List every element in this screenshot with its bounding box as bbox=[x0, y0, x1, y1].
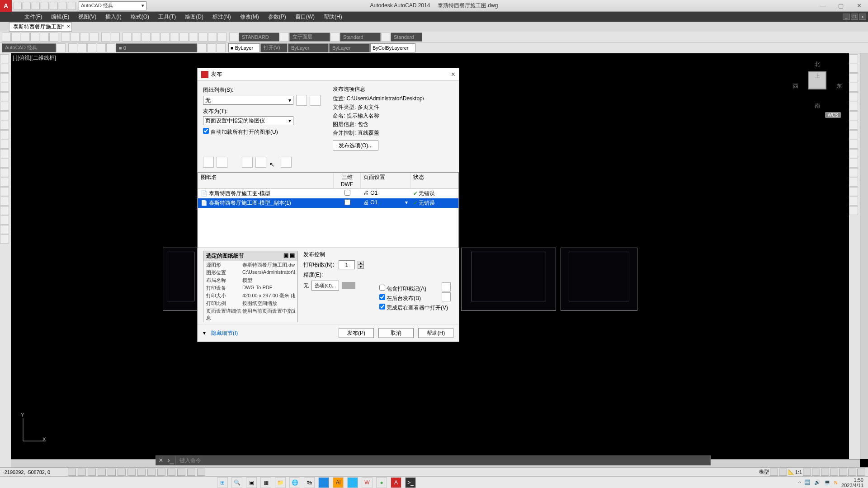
help-icon[interactable] bbox=[217, 33, 226, 42]
move-down-button[interactable] bbox=[255, 157, 266, 168]
circle-icon[interactable] bbox=[0, 111, 9, 120]
plotstyle-combo[interactable]: ByColByLayerer bbox=[370, 43, 415, 52]
zoom-icon[interactable] bbox=[132, 33, 141, 42]
qat-print-icon[interactable] bbox=[50, 2, 58, 10]
hide-details-link[interactable]: 隐藏细节(I) bbox=[211, 329, 238, 337]
preview-sheet-button[interactable] bbox=[281, 157, 292, 168]
lock-ui-icon[interactable] bbox=[830, 469, 838, 476]
autoload-checkbox[interactable] bbox=[203, 128, 209, 134]
menu-view[interactable]: 视图(V) bbox=[74, 13, 101, 21]
sheet-row-1[interactable]: 📄 泰斯特西餐厅施工图-模型_副本(1) 🖨 O1 ▾ ✓无错误 bbox=[198, 198, 458, 208]
layer-freeze-icon[interactable] bbox=[106, 43, 115, 52]
menu-file[interactable]: 文件(F) bbox=[20, 13, 47, 21]
minimize-button[interactable]: — bbox=[814, 1, 832, 11]
copies-up-button[interactable]: ▲ bbox=[358, 261, 364, 265]
lwt-toggle[interactable] bbox=[157, 469, 165, 476]
publish-bg-checkbox[interactable] bbox=[379, 294, 385, 300]
tray-volume-icon[interactable]: 🔊 bbox=[814, 479, 821, 485]
menu-insert[interactable]: 插入(I) bbox=[101, 13, 126, 21]
viewport-label[interactable]: [-][俯视][二维线框] bbox=[13, 54, 56, 62]
explode-icon[interactable] bbox=[849, 206, 858, 215]
publish-icon[interactable] bbox=[49, 33, 58, 42]
tray-notif-icon[interactable]: N bbox=[834, 480, 838, 485]
revcloud-icon[interactable] bbox=[0, 121, 9, 130]
region-icon[interactable] bbox=[0, 206, 9, 215]
ortho-toggle[interactable] bbox=[88, 469, 96, 476]
explorer-icon[interactable]: 📁 bbox=[275, 477, 286, 488]
layer-make-icon[interactable] bbox=[217, 43, 226, 52]
publish-to-combo[interactable]: 页面设置中指定的绘图仪▾ bbox=[203, 116, 293, 125]
vertical-scrollbar[interactable] bbox=[860, 53, 868, 459]
app-icon[interactable]: A bbox=[0, 0, 12, 12]
layer-states-icon[interactable] bbox=[78, 43, 87, 52]
search-button[interactable]: 🔍 bbox=[231, 477, 242, 488]
quickcalc-icon[interactable] bbox=[208, 33, 217, 42]
chamfer-icon[interactable] bbox=[849, 178, 858, 187]
tray-ime-icon[interactable]: 🔤 bbox=[804, 479, 811, 485]
dim-style-combo[interactable]: 立于面层 bbox=[289, 33, 330, 42]
layer-props-icon[interactable] bbox=[68, 43, 77, 52]
mleader-style-combo[interactable]: Standard bbox=[391, 33, 422, 42]
erase-icon[interactable] bbox=[849, 54, 858, 63]
lineweight-combo[interactable]: ByLayer bbox=[329, 43, 370, 52]
paste-icon[interactable] bbox=[80, 33, 89, 42]
linetype-combo[interactable]: ByLayer bbox=[288, 43, 329, 52]
tab-close-icon[interactable]: × bbox=[67, 23, 70, 29]
gradient-icon[interactable] bbox=[0, 197, 9, 206]
sheet-row-0[interactable]: 📄 泰斯特西餐厅施工图-模型 🖨 O1 ✓无错误 bbox=[198, 189, 458, 198]
pline-icon[interactable] bbox=[0, 73, 9, 82]
table-icon[interactable] bbox=[0, 216, 9, 225]
gear-icon[interactable] bbox=[57, 43, 66, 52]
illustrator-icon[interactable]: Ai bbox=[333, 477, 344, 488]
bg-settings-button[interactable] bbox=[442, 292, 451, 301]
layer-combo[interactable]: ■ 0 bbox=[116, 43, 197, 52]
table-style-icon[interactable] bbox=[330, 33, 340, 42]
col-status[interactable]: 状态 bbox=[410, 173, 458, 188]
mdi-restore-button[interactable]: ❐ bbox=[851, 14, 858, 20]
remove-sheet-button[interactable] bbox=[217, 157, 227, 168]
zoom-window-icon[interactable] bbox=[142, 33, 151, 42]
break-icon[interactable] bbox=[849, 159, 858, 168]
menu-tools[interactable]: 工具(T) bbox=[154, 13, 180, 21]
rotate-icon[interactable] bbox=[849, 111, 858, 120]
block-icon[interactable] bbox=[0, 168, 9, 177]
layer-match-icon[interactable] bbox=[207, 43, 216, 52]
props-icon[interactable] bbox=[160, 33, 170, 42]
mdi-close-button[interactable]: x bbox=[859, 14, 866, 20]
mtext-icon[interactable] bbox=[0, 225, 9, 234]
row1-dwf-checkbox[interactable] bbox=[344, 199, 350, 205]
sheetset-icon[interactable] bbox=[189, 33, 198, 42]
maximize-button[interactable]: ▢ bbox=[832, 1, 850, 11]
toolpalette-icon[interactable] bbox=[179, 33, 189, 42]
rectangle-icon[interactable] bbox=[0, 92, 9, 101]
workspace-switch-icon[interactable] bbox=[821, 469, 829, 476]
layer-prev-icon[interactable] bbox=[198, 43, 207, 52]
mdi-minimize-button[interactable]: _ bbox=[843, 14, 850, 20]
taskview-button[interactable]: ▣ bbox=[246, 477, 257, 488]
offset-icon[interactable] bbox=[849, 83, 858, 92]
save-icon[interactable] bbox=[21, 33, 30, 42]
clean-screen-icon[interactable] bbox=[857, 469, 865, 476]
point-icon[interactable] bbox=[0, 178, 9, 187]
snap-toggle[interactable] bbox=[68, 469, 76, 476]
tpy-toggle[interactable] bbox=[167, 469, 175, 476]
fillet-icon[interactable] bbox=[849, 187, 858, 196]
precision-options-button[interactable]: 选项(O)... bbox=[311, 281, 339, 291]
close-button[interactable]: ✕ bbox=[850, 1, 868, 11]
tray-chevron-icon[interactable]: ^ bbox=[798, 480, 801, 485]
wcs-badge[interactable]: WCS bbox=[825, 112, 841, 118]
anno-auto-icon[interactable] bbox=[812, 469, 820, 476]
mirror-icon[interactable] bbox=[849, 73, 858, 82]
sc-toggle[interactable] bbox=[187, 469, 195, 476]
file-tab-active[interactable]: 泰斯特西餐厅施工图* × bbox=[9, 22, 72, 32]
grid-toggle[interactable] bbox=[78, 469, 86, 476]
clock-time[interactable]: 1:50 bbox=[841, 477, 863, 483]
preview-icon[interactable] bbox=[40, 33, 49, 42]
designcenter-icon[interactable] bbox=[170, 33, 179, 42]
terminal-icon[interactable]: >_ bbox=[405, 477, 416, 488]
copy-icon[interactable] bbox=[71, 33, 80, 42]
isolate-icon[interactable] bbox=[848, 469, 856, 476]
precision-slider[interactable] bbox=[342, 282, 355, 289]
anno-scale[interactable]: 1:1 bbox=[795, 469, 802, 475]
line-icon[interactable] bbox=[0, 54, 9, 63]
